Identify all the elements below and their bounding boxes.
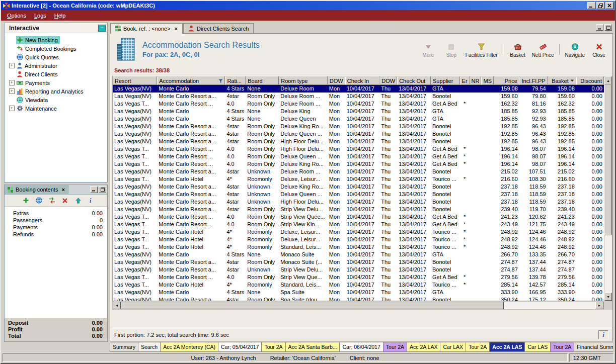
sidebar-item-completed-bookings[interactable]: Completed Bookings	[5, 44, 107, 53]
table-row[interactable]: Las Vegas(NV)Monte Carlo Resort a...4sta…	[113, 266, 604, 274]
sidebar-item-viewdata[interactable]: Viewdata	[5, 96, 107, 104]
itinerary-tab-search[interactable]: Search	[138, 342, 161, 352]
expand-plus-icon[interactable]: +	[9, 63, 15, 68]
table-row[interactable]: Las Vegas T...Monte Carlo Hotel4*Roomonl…	[113, 228, 604, 236]
column-header-resort[interactable]: Resort	[113, 76, 157, 85]
table-row[interactable]: Las Vegas T...Monte Carlo Hotel4*Roomonl…	[113, 281, 604, 289]
vertical-scrollbar-track[interactable]	[604, 235, 612, 293]
table-row[interactable]: Las Vegas(NV)Monte Carlo4 StarsNoneMonac…	[113, 251, 604, 258]
itinerary-tab-tour-2a[interactable]: Tour 2A	[551, 342, 574, 352]
itinerary-tab-acc-2a-monterey-ca[interactable]: Acc 2A Monterey (CA)	[161, 342, 218, 352]
itinerary-tab-acc-2a-las[interactable]: Acc 2A LAS	[490, 342, 525, 352]
table-row[interactable]: Las Vegas(NV)Monte Carlo4 StarsNoneDelux…	[113, 108, 604, 115]
scroll-left-icon[interactable]: ◄	[113, 302, 121, 309]
itinerary-tab-acc-2a-santa-barb[interactable]: Acc 2A Santa Barb...	[286, 342, 340, 352]
table-row[interactable]: Las Vegas T...Monte Carlo Resort ...4.0R…	[113, 213, 604, 221]
table-row[interactable]: Las Vegas T...Monte Carlo Resort ...4.0R…	[113, 100, 604, 108]
column-header-room-type[interactable]: Room type	[279, 76, 328, 85]
booking-contents-close-icon[interactable]: ×	[61, 187, 64, 193]
table-row[interactable]: Las Vegas(NV)Monte Carlo4 StarsNoneDelux…	[113, 85, 604, 93]
titlebar[interactable]: Interactive [2] - Ocean California (code…	[1, 1, 615, 10]
table-row[interactable]: Las Vegas T...Monte Carlo Hotel4*Roomonl…	[113, 175, 604, 183]
horizontal-scrollbar-track[interactable]	[504, 302, 596, 309]
info-button[interactable]: i	[87, 197, 95, 205]
sidebar-item-quick-quotes[interactable]: Quick Quotes	[5, 53, 107, 61]
menu-logs[interactable]: Logs	[30, 11, 50, 20]
column-header-er[interactable]: Er	[460, 76, 470, 85]
column-header-incl-fl-pp[interactable]: Incl.Fl.PP	[519, 76, 548, 85]
table-row[interactable]: Las Vegas(NV)Monte Carlo Resort a...4sta…	[113, 123, 604, 130]
menu-options[interactable]: Options	[3, 11, 30, 20]
itinerary-tab-car-06-04-2017[interactable]: Car; 06/04/2017	[340, 342, 383, 352]
column-header-check-in[interactable]: Check In	[345, 76, 380, 85]
table-row[interactable]: Las Vegas T...Monte Carlo Resort ...4.0R…	[113, 221, 604, 228]
table-row[interactable]: Las Vegas T...Monte Carlo Resort ...4.0R…	[113, 274, 604, 281]
horizontal-scrollbar[interactable]: ◄ ►	[112, 301, 604, 310]
facilities-filter-button[interactable]: Facilities Filter	[463, 40, 500, 59]
table-row[interactable]: Las Vegas(NV)Monte Carlo Resort a...4sta…	[113, 258, 604, 266]
scroll-down-icon[interactable]: ▼	[604, 293, 612, 301]
panel-restore-button[interactable]	[604, 24, 612, 31]
transfer-button[interactable]	[48, 197, 56, 205]
table-row[interactable]: Las Vegas(NV)Monte Carlo Resort a...4sta…	[113, 183, 604, 191]
sidebar-item-reporting-and-analytics[interactable]: +Reporting and Analytics	[5, 87, 107, 96]
expand-plus-icon[interactable]: +	[9, 88, 15, 94]
column-header-price[interactable]: Price	[494, 76, 519, 85]
panel-restore-button[interactable]	[99, 187, 106, 193]
sidebar-item-direct-clients[interactable]: Direct Clients	[5, 70, 107, 78]
itinerary-tab-tour-2a[interactable]: Tour 2A	[383, 342, 407, 352]
booking-contents-tab[interactable]: Booking contents ×	[5, 185, 68, 194]
itinerary-tab-summary[interactable]: Summary	[110, 342, 138, 352]
sidebar-item-payments[interactable]: +Payments	[5, 78, 107, 87]
navigate-button[interactable]: Navigate	[563, 40, 587, 59]
world-button[interactable]	[35, 197, 43, 205]
column-header-accommodation[interactable]: Accommodation	[157, 76, 225, 85]
table-row[interactable]: Las Vegas(NV)Monte Carlo Resort a...4sta…	[113, 198, 604, 206]
nett-price-button[interactable]: Nett Price	[529, 40, 557, 59]
basket-button[interactable]: Basket	[506, 40, 529, 59]
panel-minimize-button[interactable]	[90, 187, 98, 193]
close-button[interactable]: Close	[587, 40, 610, 59]
vertical-scrollbar-thumb[interactable]	[604, 84, 612, 235]
table-row[interactable]: Las Vegas(NV)Monte Carlo Resort a...4sta…	[113, 206, 604, 213]
column-header-dow[interactable]: DOW	[328, 76, 345, 85]
sidebar-item-administrator[interactable]: +Administrator	[5, 61, 107, 70]
table-row[interactable]: Las Vegas T...Monte Carlo Resort ...4.0R…	[113, 160, 604, 168]
table-row[interactable]: Las Vegas(NV)Monte Carlo Resort a...4sta…	[113, 130, 604, 138]
itinerary-tab-car-lax[interactable]: Car LAX	[440, 342, 466, 352]
itinerary-tab-tour-2a[interactable]: Tour 2A	[466, 342, 490, 352]
window-close-button[interactable]	[605, 2, 613, 9]
window-minimize-button[interactable]	[587, 2, 595, 9]
column-header-dow[interactable]: DOW	[379, 76, 397, 85]
table-row[interactable]: Las Vegas T...Monte Carlo Hotel4*Roomonl…	[113, 236, 604, 243]
booking-item-payments[interactable]: Payments0.00	[5, 224, 107, 231]
column-header-ms[interactable]: MS	[481, 76, 494, 85]
itinerary-tab-acc-2a-lax[interactable]: Acc 2A LAX	[407, 342, 440, 352]
itinerary-tab-car-05-04-2017[interactable]: Car; 05/04/2017	[218, 342, 262, 352]
booking-item-refunds[interactable]: Refunds0.00	[5, 231, 107, 238]
table-row[interactable]: Las Vegas(NV)Monte Carlo Resort a...4sta…	[113, 93, 604, 100]
column-header-supplier[interactable]: Supplier	[431, 76, 460, 85]
column-header-board[interactable]: Board	[246, 76, 279, 85]
column-header-rati[interactable]: Rati...	[225, 76, 246, 85]
table-row[interactable]: Las Vegas(NV)Monte Carlo Resort a...4sta…	[113, 168, 604, 175]
info-button[interactable]: i	[598, 330, 608, 339]
scroll-up-icon[interactable]: ▲	[604, 76, 612, 84]
panel-minimize-button[interactable]	[596, 24, 603, 31]
itinerary-tab-financial-summary[interactable]: Financial Summary	[574, 342, 613, 352]
table-row[interactable]: Las Vegas(NV)Monte Carlo4 StarsNoneSpa S…	[113, 289, 604, 296]
table-row[interactable]: Las Vegas(NV)Monte Carlo Resort a...4sta…	[113, 138, 604, 145]
delete-button[interactable]	[61, 197, 69, 205]
expand-plus-icon[interactable]: +	[9, 106, 15, 111]
table-row[interactable]: Las Vegas T...Monte Carlo Hotel4*Roomonl…	[113, 243, 604, 251]
table-row[interactable]: Las Vegas T...Monte Carlo Resort ...4.0R…	[113, 153, 604, 160]
booking-item-extras[interactable]: Extras0.00	[5, 210, 107, 217]
table-row[interactable]: Las Vegas T...Monte Carlo Resort ...4.0R…	[113, 145, 604, 153]
window-restore-button[interactable]	[596, 2, 604, 9]
table-row[interactable]: Las Vegas(NV)Monte Carlo Resort a...4sta…	[113, 191, 604, 198]
booking-item-passengers[interactable]: Passengers0	[5, 217, 107, 224]
vertical-scrollbar[interactable]: ▲ ▼	[604, 76, 612, 301]
itinerary-tab-car-las[interactable]: Car LAS	[525, 342, 551, 352]
horizontal-scrollbar-thumb[interactable]	[121, 302, 504, 309]
sidebar-item-maintenance[interactable]: +Maintenance	[5, 104, 107, 113]
